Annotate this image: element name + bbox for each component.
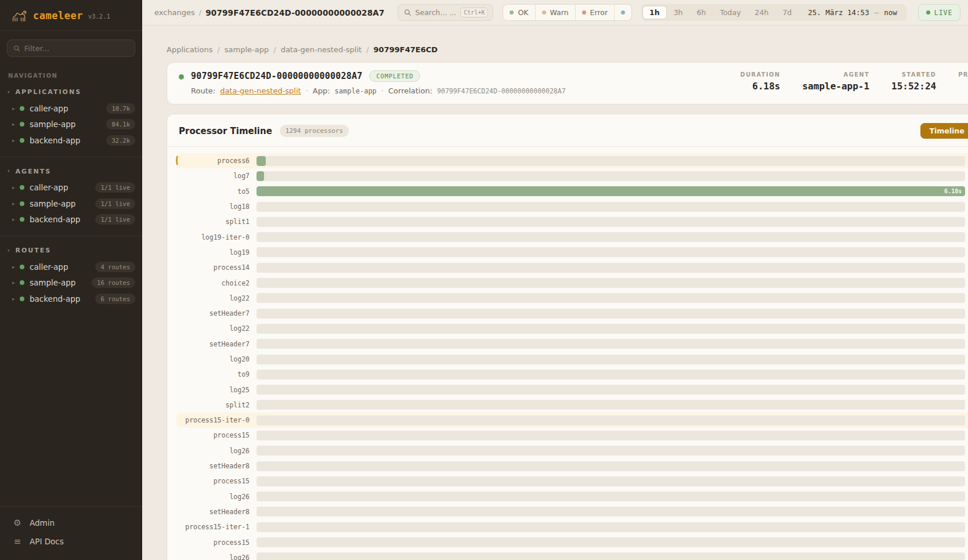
status-badge: COMPLETED bbox=[369, 70, 420, 82]
duration-track bbox=[257, 339, 965, 349]
timeline-row-setHeader8[interactable]: setHeader80ms bbox=[176, 458, 968, 474]
timeline-row-log7[interactable]: log70ms bbox=[176, 168, 968, 183]
timeline-row-log26[interactable]: log260ms bbox=[176, 443, 968, 458]
timeline-row-process15-iter-1[interactable]: process15-iter-1440ms bbox=[176, 519, 968, 534]
duration-value: 440ms bbox=[965, 539, 968, 546]
route-link[interactable]: data-gen-nested-split bbox=[220, 86, 301, 95]
processor-name: setHeader8 bbox=[176, 508, 257, 516]
timeline-row-log25[interactable]: log250ms bbox=[176, 382, 968, 397]
sidebar-item-caller-app[interactable]: ▸caller-app4 routes bbox=[0, 259, 142, 275]
timeline-row-to5[interactable]: to56.18s6.18s bbox=[176, 184, 968, 199]
meta-separator: · bbox=[381, 86, 384, 95]
range-1h[interactable]: 1h bbox=[642, 6, 667, 19]
sidebar-item-label: caller-app bbox=[30, 183, 95, 192]
filter-error[interactable]: Error bbox=[575, 5, 614, 20]
sidebar-item-label: sample-app bbox=[30, 120, 106, 129]
view-button-timeline[interactable]: Timeline bbox=[920, 123, 968, 139]
bar-duration-label: 6.18s bbox=[944, 188, 965, 194]
breadcrumb-item[interactable]: Applications bbox=[167, 45, 212, 54]
timeline-row-log26[interactable]: log260ms bbox=[176, 550, 968, 560]
filter-input[interactable] bbox=[24, 44, 129, 53]
stat-label: PROCESSORS bbox=[958, 71, 968, 78]
processor-name: log19 bbox=[176, 248, 257, 256]
range-today[interactable]: Today bbox=[713, 6, 747, 19]
exchange-stats: DURATION6.18sAGENTsample-app-1STARTED15:… bbox=[741, 70, 968, 95]
timeline-row-setHeader7[interactable]: setHeader70ms bbox=[176, 306, 968, 321]
sidebar-item-backend-app[interactable]: ▸backend-app1/1 live bbox=[0, 212, 142, 228]
breadcrumb-separator: / bbox=[273, 45, 276, 54]
filter-dot-icon bbox=[582, 10, 586, 15]
duration-bar bbox=[257, 171, 264, 181]
camel-logo-icon bbox=[10, 8, 28, 23]
global-search[interactable]: Search... ... Ctrl+K bbox=[398, 4, 494, 21]
route-label: Route: bbox=[191, 86, 215, 95]
section-header-applications[interactable]: ▾APPLICATIONS bbox=[0, 85, 142, 100]
filter-label: OK bbox=[518, 8, 528, 17]
duration-value: 440ms bbox=[965, 478, 968, 485]
timeline-row-process15[interactable]: process15440ms bbox=[176, 428, 968, 443]
sidebar-item-caller-app[interactable]: ▸caller-app1/1 live bbox=[0, 180, 142, 196]
duration-track bbox=[257, 522, 965, 532]
range-7d[interactable]: 7d bbox=[775, 6, 799, 19]
duration-value: 0ms bbox=[965, 172, 968, 180]
sidebar-item-badge: 1/1 live bbox=[95, 198, 135, 209]
section-label: ROUTES bbox=[16, 247, 52, 254]
processor-name: log18 bbox=[176, 203, 257, 211]
sidebar-item-backend-app[interactable]: ▸backend-app32.2k bbox=[0, 132, 142, 149]
timeline-row-setHeader7[interactable]: setHeader70ms bbox=[176, 337, 968, 352]
timeline-row-process14[interactable]: process14383ms bbox=[176, 260, 968, 275]
range-24h[interactable]: 24h bbox=[748, 6, 776, 19]
timeline-row-log20[interactable]: log200ms bbox=[176, 352, 968, 367]
range-3h[interactable]: 3h bbox=[667, 6, 690, 19]
timeline-row-to9[interactable]: to9960ms bbox=[176, 367, 968, 382]
sidebar-footer-api-docs[interactable]: ≡API Docs bbox=[0, 532, 142, 551]
sidebar-section-agents: ▾AGENTS▸caller-app1/1 live▸sample-app1/1… bbox=[0, 157, 142, 233]
timeline-row-process15[interactable]: process15440ms bbox=[176, 474, 968, 489]
duration-value: 440ms bbox=[965, 523, 968, 531]
timeline-row-log19[interactable]: log190ms bbox=[176, 245, 968, 260]
timeline-row-choice2[interactable]: choice20ms bbox=[176, 275, 968, 290]
sidebar-item-caller-app[interactable]: ▸caller-app10.7k bbox=[0, 100, 142, 117]
timeline-row-log18[interactable]: log180ms bbox=[176, 199, 968, 214]
sidebar-item-sample-app[interactable]: ▸sample-app16 routes bbox=[0, 275, 142, 291]
app-name: cameleer bbox=[33, 10, 83, 21]
duration-track bbox=[257, 278, 965, 288]
duration-bar: 6.18s bbox=[257, 186, 965, 196]
processor-name: process14 bbox=[176, 263, 257, 272]
duration-value: 0ms bbox=[965, 294, 968, 302]
timeline-row-log26[interactable]: log260ms bbox=[176, 489, 968, 504]
sidebar-item-label: caller-app bbox=[30, 262, 95, 272]
duration-track bbox=[257, 217, 965, 227]
filter-warn[interactable]: Warn bbox=[535, 5, 575, 20]
timeline-row-process15-iter-0[interactable]: process15-iter-0960ms⋮ bbox=[176, 413, 968, 428]
sidebar-footer-admin[interactable]: ⚙Admin bbox=[0, 514, 142, 532]
sidebar-item-sample-app[interactable]: ▸sample-app84.1k bbox=[0, 117, 142, 133]
timeline-row-process15[interactable]: process15440ms bbox=[176, 534, 968, 550]
range-6h[interactable]: 6h bbox=[690, 6, 713, 19]
breadcrumb-item[interactable]: data-gen-nested-split bbox=[281, 45, 362, 54]
section-header-routes[interactable]: ▾ROUTES bbox=[0, 243, 142, 259]
section-header-agents[interactable]: ▾AGENTS bbox=[0, 164, 142, 180]
duration-track bbox=[257, 461, 965, 471]
timeline-row-split1[interactable]: split16.18s bbox=[176, 214, 968, 229]
timeline-row-log22[interactable]: log220ms bbox=[176, 291, 968, 306]
filter-other[interactable] bbox=[614, 5, 631, 20]
breadcrumb-section[interactable]: exchanges bbox=[154, 8, 195, 17]
timeline-row-log22[interactable]: log220ms bbox=[176, 321, 968, 336]
timeline-row-split2[interactable]: split2960ms bbox=[176, 398, 968, 413]
live-dot-icon bbox=[926, 10, 930, 15]
stat-label: AGENT bbox=[844, 71, 869, 78]
sidebar-item-sample-app[interactable]: ▸sample-app1/1 live bbox=[0, 196, 142, 212]
sidebar-section-applications: ▾APPLICATIONS▸caller-app10.7k▸sample-app… bbox=[0, 81, 142, 153]
timeline-row-setHeader8[interactable]: setHeader80ms bbox=[176, 504, 968, 519]
live-badge[interactable]: LIVE bbox=[918, 4, 961, 21]
breadcrumb-item[interactable]: sample-app bbox=[225, 45, 269, 54]
timeline-row-process6[interactable]: process60ms⋮ bbox=[176, 153, 968, 168]
timeline-row-log19-iter-0[interactable]: log19-iter-06.18s bbox=[176, 229, 968, 244]
processor-name: log26 bbox=[176, 447, 257, 455]
sidebar-item-backend-app[interactable]: ▸backend-app6 routes bbox=[0, 291, 142, 307]
time-range-group: 1h3h6hToday24h7d25. März 14:53—now bbox=[641, 4, 906, 21]
date-range[interactable]: 25. März 14:53—now bbox=[799, 8, 905, 17]
sidebar-footer: ⚙Admin≡API Docs bbox=[0, 506, 142, 560]
filter-ok[interactable]: OK bbox=[503, 5, 534, 20]
